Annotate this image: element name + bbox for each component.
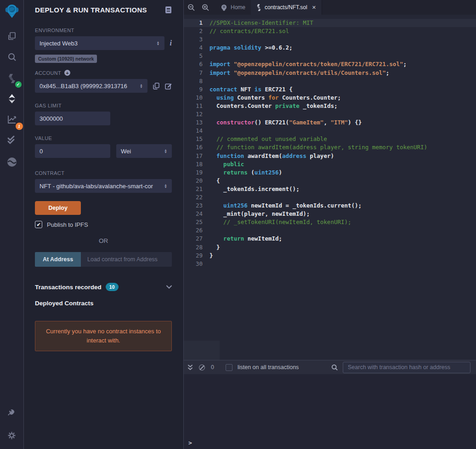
code-text: // _setTokenURI(newItemId, tokenURI); — [210, 218, 476, 226]
code-line[interactable]: 21 _tokenIds.increment(); — [184, 185, 476, 193]
value-unit: Wei — [121, 148, 162, 155]
solidity-file-icon — [256, 4, 261, 11]
icon-panel: ✓ 1 — [0, 0, 24, 449]
code-lines: 1//SPDX-License-Identifier: MIT2// contr… — [184, 19, 476, 268]
code-line[interactable]: 20 { — [184, 177, 476, 185]
code-line[interactable]: 24 _mint(player, newItemId); — [184, 210, 476, 218]
terminal-output[interactable]: > — [184, 374, 476, 449]
code-line[interactable]: 26 — [184, 226, 476, 235]
edit-account-icon[interactable] — [165, 83, 172, 90]
tab-home[interactable]: Home — [215, 0, 251, 15]
environment-info-icon[interactable]: i — [170, 39, 172, 47]
code-line[interactable]: 7import "@openzeppelin/contracts/utils/C… — [184, 69, 476, 77]
code-line[interactable]: 23 uint256 newItemId = _tokenIds.current… — [184, 202, 476, 210]
deployed-contracts-label: Deployed Contracts — [35, 300, 172, 307]
code-text: public — [210, 160, 476, 168]
code-line[interactable]: 9contract NFT is ERC721 { — [184, 85, 476, 94]
analytics-icon[interactable]: 1 — [4, 111, 20, 128]
code-line[interactable]: 18 public — [184, 160, 476, 168]
gas-limit-input[interactable] — [35, 112, 110, 125]
transactions-recorded-label: Transactions recorded — [35, 284, 102, 291]
deploy-button[interactable]: Deploy — [35, 201, 81, 215]
code-text: uint256 newItemId = _tokenIds.current(); — [210, 202, 476, 210]
code-line[interactable]: 1//SPDX-License-Identifier: MIT — [184, 19, 476, 27]
stepper-arrows: ▲▼ — [140, 84, 143, 88]
code-line[interactable]: 5 — [184, 52, 476, 60]
code-line[interactable]: 29} — [184, 252, 476, 260]
code-text — [210, 52, 476, 60]
tab-nft-sol[interactable]: contracts/NFT.sol ✕ — [251, 0, 322, 15]
line-number: 13 — [184, 118, 210, 127]
code-text — [210, 193, 476, 202]
editor-region: Home contracts/NFT.sol ✕ 1//SPDX-License… — [184, 0, 476, 449]
line-number: 15 — [184, 135, 210, 143]
contract-select[interactable]: NFT - github/ava-labs/avalanche-smart-co… — [35, 179, 172, 193]
copy-account-icon[interactable] — [153, 83, 159, 90]
listen-transactions-label: listen on all transactions — [238, 364, 299, 370]
stepper-arrows: ▲▼ — [164, 149, 167, 153]
deploy-run-icon[interactable] — [4, 90, 20, 107]
code-line[interactable]: 3 — [184, 35, 476, 44]
remix-logo-icon[interactable] — [4, 3, 20, 20]
code-line[interactable]: 2// contracts/ERC721.sol — [184, 27, 476, 35]
code-line[interactable]: 25 // _setTokenURI(newItemId, tokenURI); — [184, 218, 476, 226]
documentation-book-icon[interactable] — [165, 6, 172, 14]
search-icon[interactable] — [4, 49, 20, 65]
code-line[interactable]: 17 function awardItem(address player) — [184, 152, 476, 160]
account-select[interactable]: 0x845...B1aB3 (999992.3913716 ▲▼ — [35, 79, 147, 93]
clear-console-icon[interactable] — [199, 365, 205, 370]
code-line[interactable]: 4pragma solidity >=0.6.2; — [184, 44, 476, 52]
code-line[interactable]: 15 // commented out unused variable — [184, 135, 476, 143]
code-line[interactable]: 8 — [184, 77, 476, 85]
code-text — [210, 77, 476, 85]
line-number: 25 — [184, 218, 210, 226]
stepper-arrows: ▲▼ — [164, 184, 167, 188]
unit-testing-icon[interactable] — [4, 132, 20, 148]
at-address-button[interactable]: At Address — [35, 252, 81, 267]
debugger-icon[interactable] — [4, 154, 20, 170]
line-number: 12 — [184, 110, 210, 118]
code-line[interactable]: 27 return newItemId; — [184, 235, 476, 243]
solidity-compiler-icon[interactable]: ✓ — [4, 70, 20, 87]
code-line[interactable]: 10 using Counters for Counters.Counter; — [184, 94, 476, 102]
account-label: ACCOUNT + — [35, 70, 172, 76]
environment-select[interactable]: Injected Web3 ▲▼ — [35, 36, 164, 50]
value-input[interactable] — [35, 144, 110, 158]
code-line[interactable]: 30 — [184, 260, 476, 268]
code-text — [210, 35, 476, 44]
tab-home-label: Home — [231, 4, 245, 11]
file-explorer-icon[interactable] — [4, 28, 20, 45]
code-editor[interactable]: 1//SPDX-License-Identifier: MIT2// contr… — [184, 15, 476, 360]
code-line[interactable]: 22 — [184, 193, 476, 202]
value-unit-select[interactable]: Wei ▲▼ — [116, 144, 172, 158]
code-line[interactable]: 14 — [184, 127, 476, 135]
code-text: } — [210, 252, 476, 260]
code-text: _tokenIds.increment(); — [210, 185, 476, 193]
chevron-down-icon[interactable] — [166, 285, 172, 289]
at-address-input[interactable] — [81, 252, 172, 267]
stepper-arrows: ▲▼ — [157, 41, 160, 45]
code-line[interactable]: 11 Counters.Counter private _tokenIds; — [184, 102, 476, 110]
code-line[interactable]: 28 } — [184, 243, 476, 252]
terminal-search-input[interactable] — [343, 362, 470, 373]
zoom-in-icon[interactable] — [202, 4, 210, 11]
code-line[interactable]: 16 // function awardItem(address player,… — [184, 143, 476, 152]
zoom-out-icon[interactable] — [187, 4, 195, 11]
code-text: } — [210, 243, 476, 252]
line-number: 10 — [184, 94, 210, 102]
account-label-text: ACCOUNT — [35, 70, 61, 76]
code-line[interactable]: 12 — [184, 110, 476, 118]
code-line[interactable]: 6import "@openzeppelin/contracts/token/E… — [184, 60, 476, 68]
code-text: //SPDX-License-Identifier: MIT — [210, 19, 476, 27]
code-line[interactable]: 19 returns (uint256) — [184, 168, 476, 177]
plugin-manager-icon[interactable] — [4, 404, 20, 421]
terminal-collapse-icon[interactable] — [187, 365, 193, 370]
code-text: // function awardItem(address player, st… — [210, 143, 476, 152]
listen-transactions-checkbox[interactable] — [226, 364, 232, 371]
code-text: // commented out unused variable — [210, 135, 476, 143]
close-tab-icon[interactable]: ✕ — [312, 5, 316, 11]
code-line[interactable]: 13 constructor() ERC721("GameItem", "ITM… — [184, 118, 476, 127]
settings-icon[interactable] — [4, 427, 20, 443]
create-account-icon[interactable]: + — [64, 70, 70, 76]
publish-ipfs-checkbox[interactable]: ✔ — [35, 221, 42, 228]
